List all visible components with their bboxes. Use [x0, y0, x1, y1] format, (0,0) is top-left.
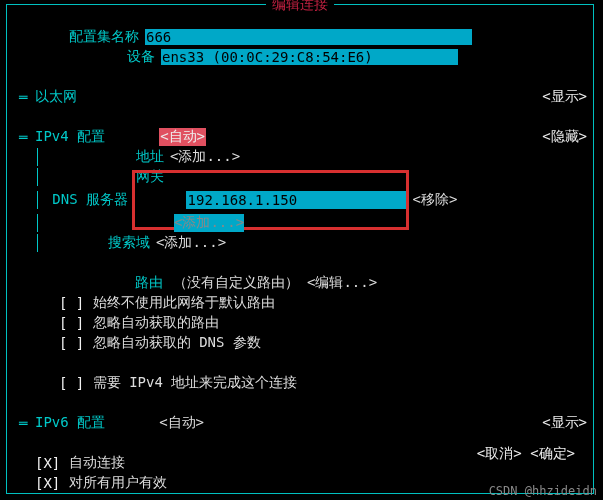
window-title: 编辑连接 [266, 0, 334, 14]
device-label: 设备 [127, 48, 155, 66]
cb-auto-connect[interactable]: [X] [35, 455, 69, 471]
ethernet-heading: 以太网 [35, 88, 77, 106]
cb4-label: 需要 IPv4 地址来完成这个连接 [93, 374, 298, 392]
row-cb2: [ ] 忽略自动获取的路由 [7, 313, 593, 333]
ipv6-mode-select[interactable]: <自动> [159, 414, 204, 432]
route-edit-button[interactable]: <编辑...> [307, 274, 377, 292]
ethernet-show-button[interactable]: <显示> [542, 88, 587, 106]
watermark: CSDN @hhzideidn [489, 484, 597, 498]
cb-default-route[interactable]: [ ] [59, 295, 93, 311]
cb3-label: 忽略自动获取的 DNS 参数 [93, 334, 261, 352]
ipv6-heading: IPv6 配置 [35, 414, 105, 432]
row-ipv4-addr: 地址 <添加...> [7, 147, 593, 167]
route-label: 路由 [43, 274, 163, 292]
cancel-button[interactable]: <取消> [477, 445, 522, 461]
route-text: （没有自定义路由） [173, 274, 299, 292]
ipv4-hide-button[interactable]: <隐藏> [542, 128, 587, 146]
dns-value-input[interactable]: 192.168.1.150 [186, 191, 406, 209]
ipv4-heading: IPv4 配置 [35, 128, 105, 146]
row-device: 设备 ens33 (00:0C:29:C8:54:E6) [7, 47, 593, 67]
row-ipv4-search: 搜索域 <添加...> [7, 233, 593, 253]
cb2-label: 忽略自动获取的路由 [93, 314, 219, 332]
row-ipv6: ═ IPv6 配置 <自动> <显示> [7, 413, 593, 433]
collapse-icon[interactable]: ═ [19, 129, 35, 145]
ipv4-mode-select[interactable]: <自动> [159, 128, 206, 146]
addr-label: 地址 [44, 148, 164, 166]
search-add-button[interactable]: <添加...> [156, 234, 226, 252]
addr-add-button[interactable]: <添加...> [170, 148, 240, 166]
row-cb4: [ ] 需要 IPv4 地址来完成这个连接 [7, 373, 593, 393]
expand-icon[interactable]: ═ [19, 89, 35, 105]
cb-require-ipv4[interactable]: [ ] [59, 375, 93, 391]
all-users-label: 对所有用户有效 [69, 474, 167, 492]
edit-connection-window: 编辑连接 配置集名称 666 设备 ens33 (00:0C:29:C8:54:… [6, 4, 594, 494]
dns-add-button[interactable]: <添加...> [174, 214, 244, 232]
row-ipv4-dns: DNS 服务器 192.168.1.150 <移除> [7, 187, 593, 213]
dns-label: DNS 服务器 [44, 191, 128, 209]
dns-remove-button[interactable]: <移除> [413, 191, 458, 209]
search-label: 搜索域 [44, 234, 150, 252]
ok-button[interactable]: <确定> [530, 445, 575, 461]
row-cb3: [ ] 忽略自动获取的 DNS 参数 [7, 333, 593, 353]
cb-ignore-dns[interactable]: [ ] [59, 335, 93, 351]
auto-connect-label: 自动连接 [69, 454, 125, 472]
action-buttons: <取消> <确定> [477, 445, 575, 463]
cb1-label: 始终不使用此网络于默认路由 [93, 294, 275, 312]
row-ethernet: ═ 以太网 <显示> [7, 87, 593, 107]
profile-name-input[interactable]: 666 [145, 29, 472, 45]
row-profile-name: 配置集名称 666 [7, 27, 593, 47]
row-cb1: [ ] 始终不使用此网络于默认路由 [7, 293, 593, 313]
ipv6-show-button[interactable]: <显示> [542, 414, 587, 432]
expand-icon[interactable]: ═ [19, 415, 35, 431]
row-ipv4: ═ IPv4 配置 <自动> <隐藏> [7, 127, 593, 147]
cb-ignore-routes[interactable]: [ ] [59, 315, 93, 331]
device-input[interactable]: ens33 (00:0C:29:C8:54:E6) [161, 49, 458, 65]
profile-name-label: 配置集名称 [69, 28, 139, 46]
cb-all-users[interactable]: [X] [35, 475, 69, 491]
row-ipv4-route: 路由 （没有自定义路由） <编辑...> [7, 273, 593, 293]
